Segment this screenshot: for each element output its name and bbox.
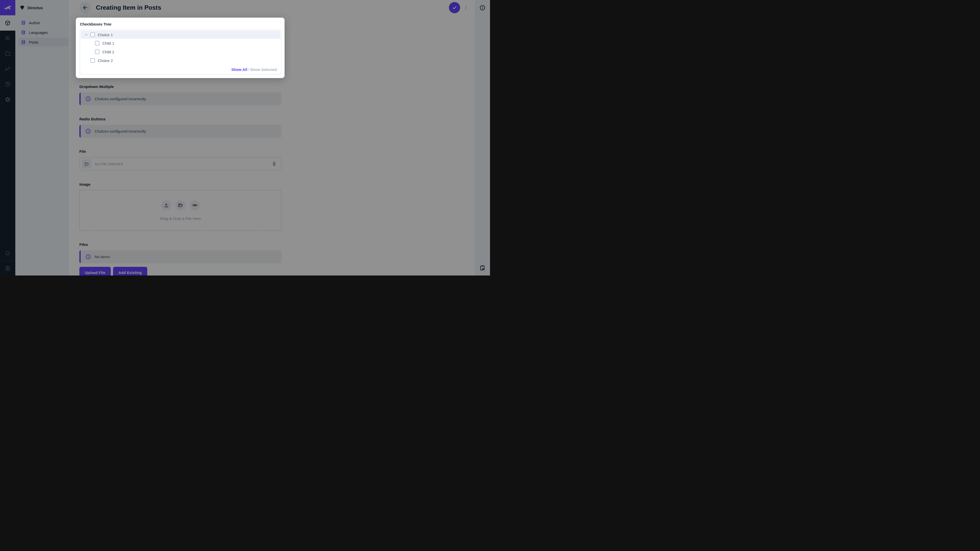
show-all-link[interactable]: Show All [231,67,247,72]
checkboxes-tree-card: Checkboxes Tree Choice 1 Child 1 Child 2… [76,17,285,78]
checkbox[interactable] [95,41,100,45]
checkbox[interactable] [90,58,95,63]
checkbox[interactable] [90,32,95,37]
tree-item-label: Choice 1 [98,33,113,37]
checkbox[interactable] [95,49,100,54]
show-selected-link[interactable]: Show Selected [250,67,277,72]
checkboxes-tree: Choice 1 Child 1 Child 2 Choice 2 Show A… [80,30,282,75]
tree-item-label: Choice 2 [98,59,113,63]
tree-footer: Show All/Show Selected [231,67,277,72]
field-label: Checkboxes Tree [80,22,282,26]
tree-item-label: Child 1 [102,41,115,45]
directus-app: Directus Author Languages Posts [0,0,490,275]
tree-row-child-1[interactable]: Child 1 [81,39,280,48]
tree-row-choice-1[interactable]: Choice 1 [81,30,280,39]
footer-separator: / [248,67,249,72]
tree-row-choice-2[interactable]: Choice 2 [81,56,280,65]
chevron-down-icon[interactable] [84,33,88,37]
tree-item-label: Child 2 [102,50,115,54]
tree-row-child-2[interactable]: Child 2 [81,48,280,56]
